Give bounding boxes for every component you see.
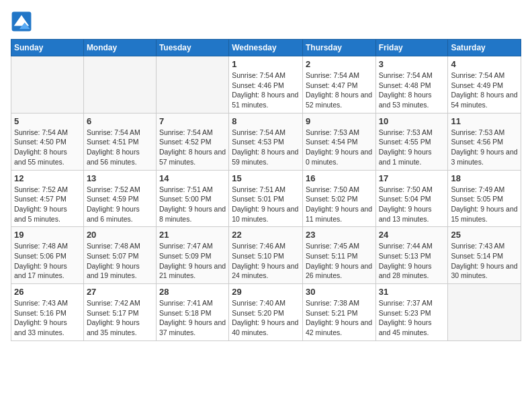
day-info: Sunrise: 7:40 AMSunset: 5:20 PMDaylight:… [232, 298, 300, 338]
day-info: Sunrise: 7:51 AMSunset: 5:01 PMDaylight:… [232, 185, 300, 224]
calendar-cell: 29Sunrise: 7:40 AMSunset: 5:20 PMDayligh… [229, 284, 303, 341]
day-number: 22 [232, 230, 300, 240]
day-number: 7 [159, 116, 226, 126]
calendar-cell: 10Sunrise: 7:53 AMSunset: 4:55 PMDayligh… [375, 113, 448, 170]
day-info: Sunrise: 7:37 AMSunset: 5:23 PMDaylight:… [379, 298, 445, 338]
day-number: 2 [306, 59, 373, 69]
calendar-cell: 8Sunrise: 7:54 AMSunset: 4:53 PMDaylight… [229, 113, 303, 170]
day-number: 16 [306, 173, 373, 183]
day-info: Sunrise: 7:54 AMSunset: 4:53 PMDaylight:… [232, 128, 300, 167]
calendar-cell: 6Sunrise: 7:54 AMSunset: 4:51 PMDaylight… [83, 113, 156, 170]
weekday-header-monday: Monday [83, 40, 156, 56]
calendar-cell: 17Sunrise: 7:50 AMSunset: 5:04 PMDayligh… [375, 170, 448, 227]
day-info: Sunrise: 7:46 AMSunset: 5:10 PMDaylight:… [232, 241, 300, 281]
calendar-cell: 7Sunrise: 7:54 AMSunset: 4:52 PMDaylight… [156, 113, 228, 170]
calendar-week-row: 12Sunrise: 7:52 AMSunset: 4:57 PMDayligh… [11, 170, 521, 227]
day-info: Sunrise: 7:38 AMSunset: 5:21 PMDaylight:… [306, 298, 373, 338]
weekday-header-saturday: Saturday [448, 40, 521, 56]
day-number: 13 [87, 173, 153, 183]
day-number: 12 [14, 173, 81, 183]
day-number: 21 [159, 230, 226, 240]
calendar-week-row: 26Sunrise: 7:43 AMSunset: 5:16 PMDayligh… [11, 284, 521, 341]
day-info: Sunrise: 7:50 AMSunset: 5:04 PMDaylight:… [379, 185, 445, 224]
day-number: 20 [87, 230, 153, 240]
day-number: 27 [87, 287, 153, 297]
calendar-cell: 27Sunrise: 7:42 AMSunset: 5:17 PMDayligh… [83, 284, 156, 341]
day-number: 24 [379, 230, 445, 240]
day-number: 11 [451, 116, 518, 126]
calendar-cell [156, 56, 228, 113]
calendar-cell: 11Sunrise: 7:53 AMSunset: 4:56 PMDayligh… [448, 113, 521, 170]
calendar-cell: 4Sunrise: 7:54 AMSunset: 4:49 PMDaylight… [448, 56, 521, 113]
day-number: 14 [159, 173, 226, 183]
day-info: Sunrise: 7:43 AMSunset: 5:14 PMDaylight:… [451, 241, 518, 281]
day-info: Sunrise: 7:54 AMSunset: 4:52 PMDaylight:… [159, 128, 226, 167]
day-info: Sunrise: 7:42 AMSunset: 5:17 PMDaylight:… [87, 298, 153, 338]
calendar-cell: 22Sunrise: 7:46 AMSunset: 5:10 PMDayligh… [229, 227, 303, 284]
day-number: 8 [232, 116, 300, 126]
weekday-header-row: SundayMondayTuesdayWednesdayThursdayFrid… [11, 40, 521, 56]
day-number: 6 [87, 116, 153, 126]
calendar-cell: 9Sunrise: 7:53 AMSunset: 4:54 PMDaylight… [302, 113, 375, 170]
calendar-cell: 31Sunrise: 7:37 AMSunset: 5:23 PMDayligh… [375, 284, 448, 341]
day-number: 17 [379, 173, 445, 183]
weekday-header-tuesday: Tuesday [156, 40, 228, 56]
day-info: Sunrise: 7:54 AMSunset: 4:50 PMDaylight:… [14, 128, 81, 167]
calendar-cell: 3Sunrise: 7:54 AMSunset: 4:48 PMDaylight… [375, 56, 448, 113]
calendar-cell: 25Sunrise: 7:43 AMSunset: 5:14 PMDayligh… [448, 227, 521, 284]
day-number: 29 [232, 287, 300, 297]
day-number: 9 [306, 116, 373, 126]
calendar-cell: 5Sunrise: 7:54 AMSunset: 4:50 PMDaylight… [11, 113, 84, 170]
calendar-cell: 23Sunrise: 7:45 AMSunset: 5:11 PMDayligh… [302, 227, 375, 284]
day-number: 19 [14, 230, 81, 240]
day-info: Sunrise: 7:51 AMSunset: 5:00 PMDaylight:… [159, 185, 226, 224]
day-number: 30 [306, 287, 373, 297]
day-number: 28 [159, 287, 226, 297]
calendar-cell: 26Sunrise: 7:43 AMSunset: 5:16 PMDayligh… [11, 284, 84, 341]
calendar-cell [448, 284, 521, 341]
day-number: 1 [232, 59, 300, 69]
day-info: Sunrise: 7:54 AMSunset: 4:49 PMDaylight:… [451, 71, 518, 110]
day-info: Sunrise: 7:48 AMSunset: 5:07 PMDaylight:… [87, 241, 153, 281]
day-info: Sunrise: 7:52 AMSunset: 4:57 PMDaylight:… [14, 185, 81, 224]
day-info: Sunrise: 7:54 AMSunset: 4:47 PMDaylight:… [306, 71, 373, 110]
day-info: Sunrise: 7:54 AMSunset: 4:46 PMDaylight:… [232, 71, 300, 110]
calendar-cell: 13Sunrise: 7:52 AMSunset: 4:59 PMDayligh… [83, 170, 156, 227]
day-info: Sunrise: 7:54 AMSunset: 4:48 PMDaylight:… [379, 71, 445, 110]
weekday-header-wednesday: Wednesday [229, 40, 303, 56]
calendar-cell: 12Sunrise: 7:52 AMSunset: 4:57 PMDayligh… [11, 170, 84, 227]
day-info: Sunrise: 7:52 AMSunset: 4:59 PMDaylight:… [87, 185, 153, 224]
weekday-header-sunday: Sunday [11, 40, 84, 56]
day-info: Sunrise: 7:43 AMSunset: 5:16 PMDaylight:… [14, 298, 81, 338]
page-header [11, 11, 521, 32]
calendar-week-row: 5Sunrise: 7:54 AMSunset: 4:50 PMDaylight… [11, 113, 521, 170]
day-info: Sunrise: 7:53 AMSunset: 4:56 PMDaylight:… [451, 128, 518, 167]
calendar-cell: 18Sunrise: 7:49 AMSunset: 5:05 PMDayligh… [448, 170, 521, 227]
calendar-cell: 15Sunrise: 7:51 AMSunset: 5:01 PMDayligh… [229, 170, 303, 227]
day-number: 23 [306, 230, 373, 240]
day-info: Sunrise: 7:53 AMSunset: 4:55 PMDaylight:… [379, 128, 445, 167]
day-info: Sunrise: 7:49 AMSunset: 5:05 PMDaylight:… [451, 185, 518, 224]
day-number: 4 [451, 59, 518, 69]
calendar-cell: 30Sunrise: 7:38 AMSunset: 5:21 PMDayligh… [302, 284, 375, 341]
calendar-cell [11, 56, 84, 113]
calendar-cell: 20Sunrise: 7:48 AMSunset: 5:07 PMDayligh… [83, 227, 156, 284]
day-number: 26 [14, 287, 81, 297]
day-number: 18 [451, 173, 518, 183]
calendar-cell: 16Sunrise: 7:50 AMSunset: 5:02 PMDayligh… [302, 170, 375, 227]
day-info: Sunrise: 7:44 AMSunset: 5:13 PMDaylight:… [379, 241, 445, 281]
calendar-table: SundayMondayTuesdayWednesdayThursdayFrid… [11, 39, 521, 341]
day-number: 15 [232, 173, 300, 183]
day-number: 25 [451, 230, 518, 240]
calendar-cell: 28Sunrise: 7:41 AMSunset: 5:18 PMDayligh… [156, 284, 228, 341]
calendar-cell: 19Sunrise: 7:48 AMSunset: 5:06 PMDayligh… [11, 227, 84, 284]
weekday-header-friday: Friday [375, 40, 448, 56]
day-info: Sunrise: 7:48 AMSunset: 5:06 PMDaylight:… [14, 241, 81, 281]
calendar-cell [83, 56, 156, 113]
day-info: Sunrise: 7:47 AMSunset: 5:09 PMDaylight:… [159, 241, 226, 281]
day-info: Sunrise: 7:45 AMSunset: 5:11 PMDaylight:… [306, 241, 373, 281]
calendar-cell: 24Sunrise: 7:44 AMSunset: 5:13 PMDayligh… [375, 227, 448, 284]
calendar-cell: 14Sunrise: 7:51 AMSunset: 5:00 PMDayligh… [156, 170, 228, 227]
calendar-cell: 1Sunrise: 7:54 AMSunset: 4:46 PMDaylight… [229, 56, 303, 113]
day-info: Sunrise: 7:54 AMSunset: 4:51 PMDaylight:… [87, 128, 153, 167]
